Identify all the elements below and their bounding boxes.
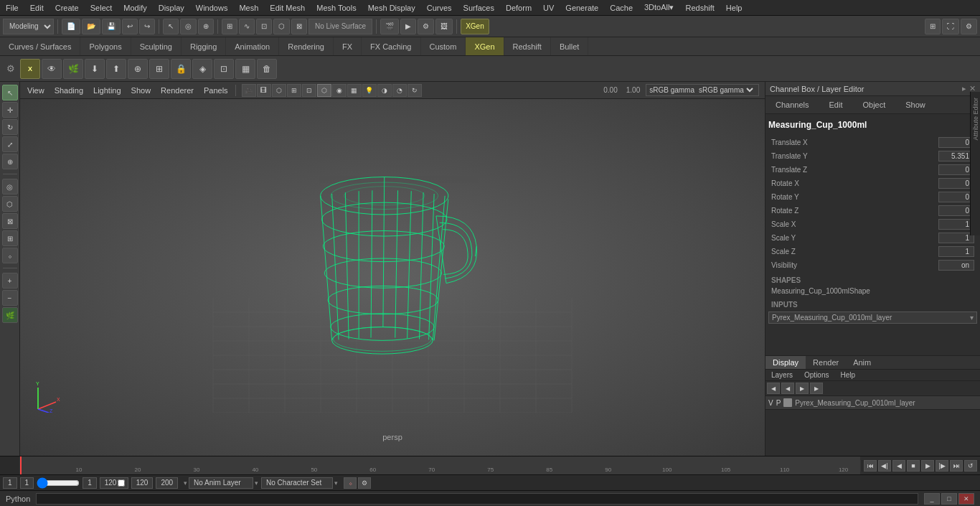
rotate-tool-button[interactable]: ↻	[2, 119, 18, 135]
lasso-select-button[interactable]: ⬡	[2, 196, 18, 212]
paint-select-button[interactable]: ⊠	[2, 213, 18, 229]
rotate-z-value[interactable]: 0	[938, 205, 974, 216]
show-manip-button[interactable]: +	[2, 273, 18, 289]
snap-view-button[interactable]: ⊠	[291, 19, 307, 34]
snap-curve-button[interactable]: ∿	[239, 19, 255, 34]
translate-x-value[interactable]: 0	[938, 137, 974, 148]
menu-mesh-tools[interactable]: Mesh Tools	[311, 2, 362, 14]
camera-icon[interactable]: 🎥	[242, 84, 256, 97]
go-to-start-button[interactable]: ⏮	[864, 460, 877, 472]
snap-point-button[interactable]: ⊡	[256, 19, 272, 34]
soft-select-button[interactable]: ◎	[2, 179, 18, 195]
scene-canvas[interactable]: X Y Z persp	[20, 99, 765, 456]
lighting-menu[interactable]: Lighting	[89, 85, 126, 96]
menu-edit-mesh[interactable]: Edit Mesh	[264, 2, 311, 14]
guide-toggle-button[interactable]: 🌿	[63, 59, 83, 79]
new-file-button[interactable]: 📄	[62, 19, 80, 34]
layer-fwd-btn[interactable]: ▶	[796, 383, 809, 394]
layer-visibility-toggle[interactable]: V	[768, 399, 773, 407]
layers-option[interactable]: Layers	[765, 370, 798, 380]
translate-z-value[interactable]: 0	[938, 164, 974, 175]
menu-mesh-display[interactable]: Mesh Display	[362, 2, 421, 14]
scale-z-value[interactable]: 1	[938, 246, 974, 257]
prefs-button[interactable]: ⚙	[961, 19, 977, 34]
rotate-y-value[interactable]: 0	[938, 192, 974, 202]
smooth-icon[interactable]: ◉	[332, 84, 347, 97]
render-settings-button[interactable]: ⚙	[418, 19, 434, 34]
render-tab[interactable]: Render	[806, 356, 846, 369]
menu-redshift[interactable]: Redshift	[679, 2, 720, 14]
hide-manip-button[interactable]: −	[2, 290, 18, 306]
view-menu[interactable]: View	[23, 85, 49, 96]
tab-bullet[interactable]: Bullet	[551, 37, 589, 55]
tab-redshift[interactable]: Redshift	[504, 37, 551, 55]
go-to-end-button[interactable]: ⏭	[950, 460, 963, 472]
range-start-field[interactable]: 1	[83, 477, 97, 489]
menu-help[interactable]: Help	[720, 2, 748, 14]
tool10-button[interactable]: ▦	[235, 59, 255, 79]
tab-animation[interactable]: Animation	[226, 37, 279, 55]
save-file-button[interactable]: 💾	[102, 19, 121, 34]
menu-deform[interactable]: Deform	[500, 2, 537, 14]
select-tool-button[interactable]: ↖	[163, 19, 179, 34]
tab-polygons[interactable]: Polygons	[80, 37, 131, 55]
range-slider[interactable]	[37, 479, 80, 487]
panels-menu[interactable]: Panels	[199, 85, 232, 96]
scale-x-value[interactable]: 1	[938, 219, 974, 230]
menu-curves[interactable]: Curves	[421, 2, 458, 14]
inputs-row[interactable]: Pyrex_Measuring_Cup_0010ml_layer ▾	[768, 311, 977, 324]
frame2-field[interactable]: 1	[20, 477, 34, 489]
range-end-field[interactable]: 120	[131, 477, 154, 489]
tool9-button[interactable]: ⊡	[214, 59, 234, 79]
tool7-button[interactable]: 🔒	[171, 59, 191, 79]
minimize-button[interactable]: _	[924, 493, 940, 505]
tab-sculpting[interactable]: Sculpting	[131, 37, 182, 55]
shading-menu[interactable]: Shading	[50, 85, 88, 96]
undo-button[interactable]: ↩	[122, 19, 138, 34]
snap-surface-button[interactable]: ⬡	[273, 19, 290, 34]
open-file-button[interactable]: 📂	[82, 19, 100, 34]
end-frame-field[interactable]: 120	[100, 477, 128, 489]
tab-rigging[interactable]: Rigging	[182, 37, 226, 55]
tab-fx-caching[interactable]: FX Caching	[362, 37, 420, 55]
lights-icon[interactable]: 💡	[362, 84, 377, 97]
layer-end-btn[interactable]: ▶	[810, 383, 823, 394]
step-forward-button[interactable]: |▶	[936, 460, 948, 472]
shadow-icon[interactable]: ◑	[377, 84, 392, 97]
tab-rendering[interactable]: Rendering	[279, 37, 334, 55]
refresh-icon[interactable]: ↻	[407, 84, 422, 97]
xray-button[interactable]: ⬦	[2, 248, 18, 263]
object-menu[interactable]: Object	[855, 98, 892, 112]
translate-y-value[interactable]: 5.351	[938, 151, 974, 161]
wireframe-icon[interactable]: ⬡	[317, 84, 331, 97]
settings-gear-button[interactable]: ⚙	[3, 61, 19, 77]
anim-tab[interactable]: Anim	[846, 356, 878, 369]
menu-select[interactable]: Select	[85, 2, 118, 14]
paint-tool-button[interactable]: ⊕	[198, 19, 214, 34]
menu-modify[interactable]: Modify	[118, 2, 152, 14]
play-forward-button[interactable]: ▶	[921, 460, 934, 472]
help-option[interactable]: Help	[834, 370, 861, 380]
mode-select[interactable]: Modeling	[3, 19, 54, 34]
display-tab[interactable]: Display	[765, 356, 806, 369]
max-end-field[interactable]: 200	[156, 477, 178, 489]
tool11-button[interactable]: 🗑	[257, 59, 277, 79]
show-menu[interactable]: Show	[898, 98, 933, 112]
scale-tool-button[interactable]: ⤢	[2, 136, 18, 152]
menu-edit[interactable]: Edit	[24, 2, 50, 14]
prefs-status-button[interactable]: ⚙	[358, 477, 371, 489]
tool5-button[interactable]: ⊕	[128, 59, 148, 79]
persp-icon[interactable]: ⬡	[272, 84, 286, 97]
menu-file[interactable]: File	[0, 2, 24, 14]
step-back-button[interactable]: ◀|	[878, 460, 891, 472]
render-button[interactable]: 🎬	[380, 19, 399, 34]
restore-button[interactable]: □	[941, 493, 957, 505]
menu-3dtall[interactable]: 3DtoAll▾	[639, 1, 679, 14]
ao-icon[interactable]: ◔	[392, 84, 407, 97]
ipr-button[interactable]: ▶	[400, 19, 416, 34]
tool3-button[interactable]: ⬇	[85, 59, 105, 79]
scale-y-value[interactable]: 1	[938, 233, 974, 243]
layer-p-toggle[interactable]: P	[776, 399, 781, 407]
menu-display[interactable]: Display	[153, 2, 190, 14]
edit-menu[interactable]: Edit	[821, 98, 849, 112]
